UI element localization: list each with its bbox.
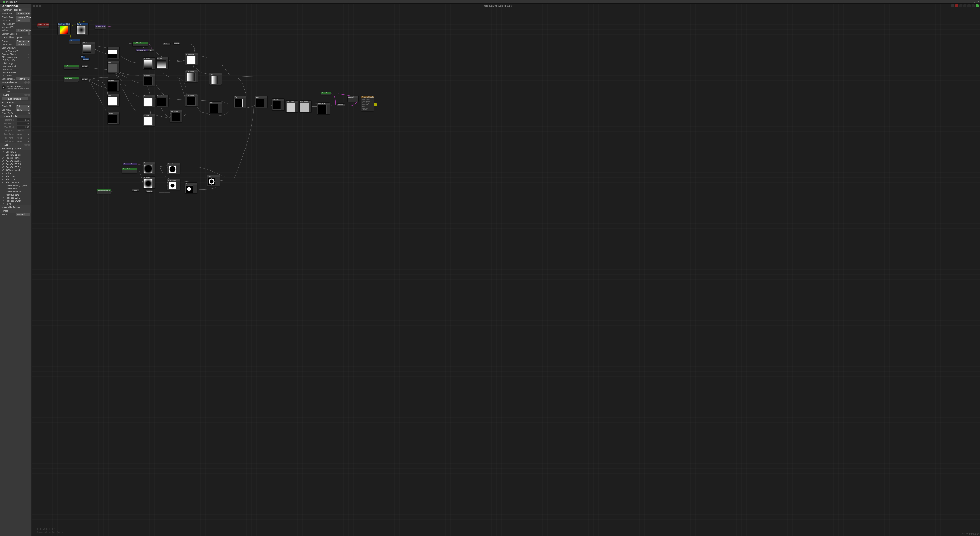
node-divide-2[interactable]: Divide (81, 78, 88, 80)
node-min-3[interactable]: Min (207, 175, 220, 186)
section-common-properties[interactable]: ▾Common Properties (0, 8, 32, 12)
alpha-to-cov-dropdown[interactable]: ▾ (28, 112, 30, 115)
info-icon[interactable] (972, 4, 975, 7)
node-add-3[interactable]: Add (107, 94, 120, 107)
comparison-dropdown[interactable]: Always▾ (16, 129, 30, 132)
section-subshader[interactable]: ▾SubShader (0, 101, 32, 104)
stencil-checkbox[interactable] (27, 115, 30, 118)
maximize-button[interactable]: □ (974, 0, 975, 3)
node-subtract-6[interactable]: Subtract (143, 114, 156, 126)
vertex-position-dropdown[interactable]: Relative▾ (16, 77, 30, 80)
check-icon[interactable]: ✓ (2, 157, 4, 159)
edit-template-button[interactable]: Edit Template (2, 97, 28, 100)
node-add-1[interactable]: Add (107, 47, 120, 59)
remove-icon[interactable] (27, 94, 30, 96)
gpu-instancing-checkbox[interactable]: ✓ (27, 56, 30, 59)
node-getlocalvar-1[interactable]: Get Local Var (135, 49, 149, 51)
precision-dropdown[interactable]: Float▾ (16, 19, 30, 22)
node-smoothstep-4[interactable]: Smoothstep••• (170, 110, 183, 122)
section-stencil[interactable]: ▸Stencil Buffer (0, 115, 32, 118)
platform-item[interactable]: ✓PlayStation Vita (0, 190, 32, 193)
shader-type-dropdown[interactable]: Universal/Simp▾ (16, 16, 30, 19)
section-available-passes[interactable]: ▸Available Passes (0, 205, 32, 209)
section-rendering-platforms[interactable]: ▾Rendering Platforms (0, 147, 32, 150)
platform-item[interactable]: ✓Xbox 360 (0, 175, 32, 178)
save-output-icon[interactable] (374, 103, 377, 107)
node-oneminus-1[interactable]: One Minus (286, 100, 298, 113)
node-smoothstep-3[interactable]: Smoothstep••• (185, 94, 198, 107)
camera-icon[interactable] (955, 4, 958, 7)
node-subtract-5[interactable]: Subtract (143, 95, 156, 107)
node-smoothstep-7[interactable]: Smoothstep••• (167, 179, 180, 190)
remove-icon[interactable] (27, 81, 30, 84)
fallback-dropdown[interactable]: Hidden/Interna▾ (16, 29, 30, 32)
focus-icon[interactable] (959, 4, 963, 7)
inspector-sidebar[interactable]: Output Node ▾Common Properties Shader Na… (0, 3, 32, 536)
check-icon[interactable]: ✓ (2, 178, 4, 181)
node-divide-4[interactable]: Divide (132, 189, 139, 192)
platform-item[interactable]: Direct3D 11 9.x (0, 153, 32, 156)
read-mask-field[interactable]: 255 (17, 122, 30, 125)
pass-name-field[interactable]: Forward (16, 213, 30, 216)
node-subtract-2[interactable]: Subtract (107, 112, 120, 124)
platform-item[interactable]: ✓Nintendo 3DS (0, 193, 32, 196)
minimize-button[interactable]: – (970, 0, 972, 3)
platform-item[interactable]: ✓OpenGL ES 2.0 (0, 162, 32, 165)
node-smoothstep-1[interactable]: Smoothstep••• (185, 53, 198, 65)
node-smoothstep-6[interactable]: Smoothstep••• (167, 162, 180, 174)
play-icon[interactable]: ▸ (29, 97, 30, 100)
section-tags[interactable]: ▸Tags (0, 143, 32, 147)
node-min-2[interactable]: Min (209, 101, 222, 114)
node-append[interactable]: Append (347, 96, 359, 102)
check-icon[interactable]: ✓ (2, 184, 4, 187)
check-icon[interactable]: ✓ (2, 200, 4, 202)
node-max-1[interactable]: Max (234, 96, 246, 108)
node-negate-1[interactable]: Negate (173, 42, 180, 45)
node-negate-2[interactable]: Negate (156, 57, 169, 69)
node-subtract-4[interactable]: Subtract (143, 74, 156, 86)
options-icon[interactable] (967, 4, 970, 7)
node-master-output[interactable]: ProceduаlCircleSelectFra Vertex Position… (361, 96, 374, 111)
platform-item[interactable]: ✓OpenGL ES 3.x (0, 165, 32, 169)
check-icon[interactable]: ✓ (2, 163, 4, 165)
platform-item[interactable]: ✓Direct3D 9 (0, 150, 32, 153)
shader-graph-canvas[interactable]: ProceduаlCircleSelectFrame (32, 3, 980, 536)
platform-item[interactable]: ✓Direct3D 11/12 (0, 156, 32, 159)
node-smoothstep-5[interactable]: Smoothstep (317, 102, 330, 115)
node-anglewidth-2[interactable]: AngleWidth (132, 41, 148, 47)
node-subtract-1[interactable]: Subtract (107, 80, 120, 92)
check-icon[interactable]: ✓ (2, 194, 4, 196)
check-icon[interactable]: ✓ (2, 169, 4, 172)
node-add-2[interactable]: Add (107, 61, 120, 73)
node-pi[interactable]: PI (80, 56, 86, 58)
additional-options[interactable]: ▾Additional Options (0, 36, 32, 39)
node-scale-and-offset[interactable]: Scale And Offset•• (57, 23, 71, 35)
node-divide-1[interactable]: Divide (81, 65, 88, 68)
cast-shadows-checkbox[interactable]: ✓ (27, 47, 30, 49)
check-icon[interactable]: ✓ (2, 166, 4, 169)
node-length[interactable]: Length (76, 23, 89, 35)
node-relativeworldpos[interactable]: RelativeWorldPos (97, 189, 111, 194)
check-icon[interactable]: ✓ (2, 181, 4, 184)
node-sin[interactable]: Sin (69, 39, 80, 44)
node-subtract-8[interactable]: Subtract (143, 162, 156, 174)
platform-item[interactable]: ✓No MRT (0, 202, 32, 205)
save-icon[interactable] (976, 4, 979, 7)
node-angle[interactable]: Angle (64, 65, 79, 70)
share-icon[interactable] (951, 4, 954, 7)
node-min-1[interactable]: Min (209, 73, 222, 85)
shader-name-field[interactable]: ProceduаlCircleS (16, 12, 30, 15)
add-icon[interactable] (24, 81, 27, 84)
node-multiply-2[interactable]: Multiply (337, 103, 345, 106)
platform-item[interactable]: ✓PlayStation 4 (Legacy) (0, 184, 32, 187)
platform-item[interactable]: ✓Vulkan (0, 172, 32, 175)
window-tab[interactable]: Procedu..* (1, 0, 18, 3)
check-icon[interactable]: ✓ (2, 191, 4, 193)
traffic-lights[interactable] (33, 5, 41, 7)
check-icon[interactable]: ✓ (2, 151, 4, 153)
platform-item[interactable]: ✓iOS/Mac Metal (0, 169, 32, 172)
node-subtract-7[interactable]: Subtract (272, 98, 285, 111)
node-smoothstep-2[interactable]: Smoothstep••• (185, 70, 198, 83)
check-icon[interactable]: ✓ (2, 197, 4, 199)
add-icon[interactable] (24, 144, 27, 146)
